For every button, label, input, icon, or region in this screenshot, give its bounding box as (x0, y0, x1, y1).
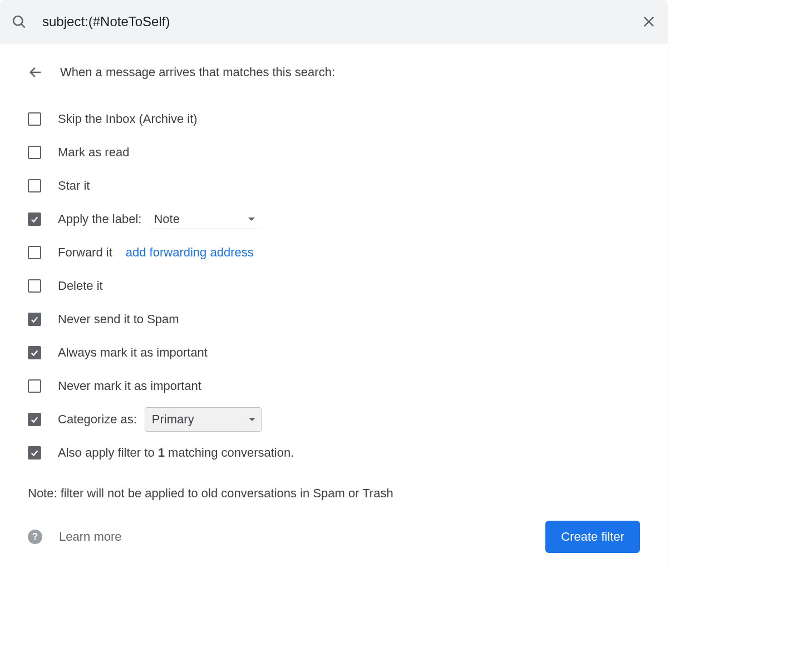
option-mark-read: Mark as read (28, 136, 640, 169)
label-skip-inbox: Skip the Inbox (Archive it) (58, 112, 198, 126)
option-delete: Delete it (28, 269, 640, 303)
category-select[interactable]: Primary (145, 407, 262, 432)
checkbox-always-important[interactable] (28, 346, 41, 359)
close-icon[interactable] (641, 14, 657, 29)
checkmark-icon (29, 348, 40, 358)
option-never-spam: Never send it to Spam (28, 303, 640, 336)
learn-more-link[interactable]: Learn more (59, 530, 122, 544)
option-skip-inbox: Skip the Inbox (Archive it) (28, 102, 640, 136)
panel-title: When a message arrives that matches this… (60, 65, 335, 80)
label-never-important: Never mark it as important (58, 379, 201, 393)
option-never-important: Never mark it as important (28, 369, 640, 403)
checkbox-never-important[interactable] (28, 379, 41, 393)
label-select-value: Note (154, 212, 179, 226)
label-select[interactable]: Note (149, 210, 260, 229)
svg-line-1 (21, 24, 24, 27)
checkbox-skip-inbox[interactable] (28, 112, 41, 126)
option-always-important: Always mark it as important (28, 336, 640, 369)
checkmark-icon (29, 314, 40, 324)
label-delete: Delete it (58, 279, 103, 293)
add-forwarding-link[interactable]: add forwarding address (126, 245, 254, 260)
checkbox-categorize[interactable] (28, 413, 41, 426)
chevron-down-icon (248, 218, 255, 221)
category-select-value: Primary (152, 412, 194, 427)
search-icon (11, 14, 27, 29)
label-apply-label: Apply the label: (58, 212, 141, 226)
create-filter-button[interactable]: Create filter (545, 521, 640, 553)
checkbox-mark-read[interactable] (28, 146, 41, 159)
checkmark-icon (29, 448, 40, 458)
label-categorize: Categorize as: (58, 412, 137, 427)
option-categorize: Categorize as: Primary (28, 403, 640, 436)
checkbox-never-spam[interactable] (28, 313, 41, 326)
label-never-spam: Never send it to Spam (58, 312, 179, 327)
svg-point-0 (13, 16, 22, 25)
back-arrow-icon[interactable] (28, 65, 43, 80)
option-forward: Forward it add forwarding address (28, 236, 640, 269)
checkbox-forward[interactable] (28, 246, 41, 259)
help-icon[interactable]: ? (28, 530, 42, 544)
label-forward: Forward it (58, 245, 112, 260)
footer: ? Learn more Create filter (28, 521, 640, 553)
search-input[interactable] (27, 14, 641, 29)
label-star: Star it (58, 179, 90, 193)
note-text: Note: filter will not be applied to old … (28, 486, 640, 501)
checkbox-also-apply[interactable] (28, 446, 41, 459)
chevron-down-icon (249, 418, 255, 421)
option-also-apply: Also apply filter to 1 matching conversa… (28, 436, 640, 470)
option-apply-label: Apply the label: Note (28, 202, 640, 236)
option-star: Star it (28, 169, 640, 202)
search-bar (0, 0, 668, 43)
checkmark-icon (29, 214, 40, 224)
label-always-important: Always mark it as important (58, 345, 208, 360)
label-also-apply: Also apply filter to 1 matching conversa… (58, 446, 294, 460)
filter-options-panel: When a message arrives that matches this… (0, 43, 668, 570)
panel-header: When a message arrives that matches this… (28, 65, 640, 80)
checkbox-apply-label[interactable] (28, 213, 41, 226)
label-mark-read: Mark as read (58, 145, 129, 160)
checkmark-icon (29, 414, 40, 424)
checkbox-star[interactable] (28, 179, 41, 192)
checkbox-delete[interactable] (28, 279, 41, 293)
